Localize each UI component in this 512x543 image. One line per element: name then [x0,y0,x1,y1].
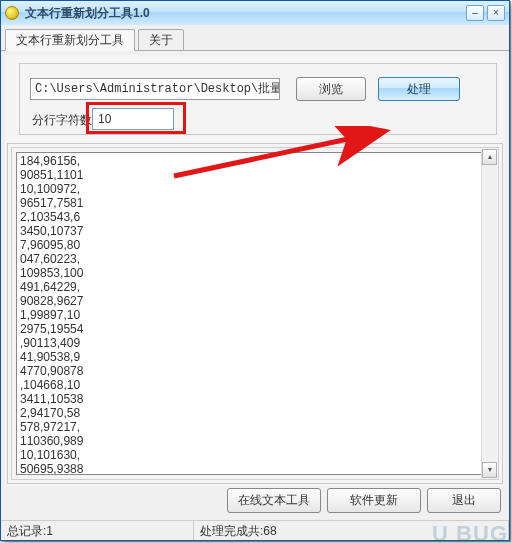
exit-button[interactable]: 退出 [427,488,501,513]
status-records: 总记录:1 [1,521,194,540]
process-button[interactable]: 处理 [378,77,460,101]
online-tool-button[interactable]: 在线文本工具 [227,488,321,513]
scroll-down-button[interactable]: ▾ [482,462,497,478]
app-window: 文本行重新划分工具1.0 – × 文本行重新划分工具 关于 C:\Users\A… [0,0,510,541]
update-button[interactable]: 软件更新 [327,488,421,513]
path-input[interactable]: C:\Users\Administrator\Desktop\批量删 [30,78,280,100]
tab-about[interactable]: 关于 [138,29,184,51]
scroll-up-button[interactable]: ▴ [482,149,497,165]
split-label: 分行字符数 [32,112,92,129]
output-textarea[interactable]: 184,96156, 90851,1101 10,100972, 96517,7… [16,152,494,475]
status-bar: 总记录:1 处理完成共:68 [1,520,509,540]
main-pane: C:\Users\Administrator\Desktop\批量删 浏览 处理… [5,55,505,486]
output-inner: 184,96156, 90851,1101 10,100972, 96517,7… [11,147,499,480]
title-bar: 文本行重新划分工具1.0 – × [1,1,509,25]
app-icon [5,6,19,20]
tab-main[interactable]: 文本行重新划分工具 [5,29,135,51]
split-count-input[interactable]: 10 [92,108,174,130]
output-panel: 184,96156, 90851,1101 10,100972, 96517,7… [7,143,503,484]
close-button[interactable]: × [487,5,505,21]
window-title: 文本行重新划分工具1.0 [25,5,463,22]
tab-strip: 文本行重新划分工具 关于 [1,25,509,51]
controls-group: C:\Users\Administrator\Desktop\批量删 浏览 处理… [19,63,497,135]
browse-button[interactable]: 浏览 [296,77,366,101]
scrollbar-vertical[interactable]: ▴ ▾ [481,149,497,478]
bottom-button-bar: 在线文本工具 软件更新 退出 [227,488,501,516]
status-done: 处理完成共:68 [194,521,509,540]
minimize-button[interactable]: – [466,5,484,21]
